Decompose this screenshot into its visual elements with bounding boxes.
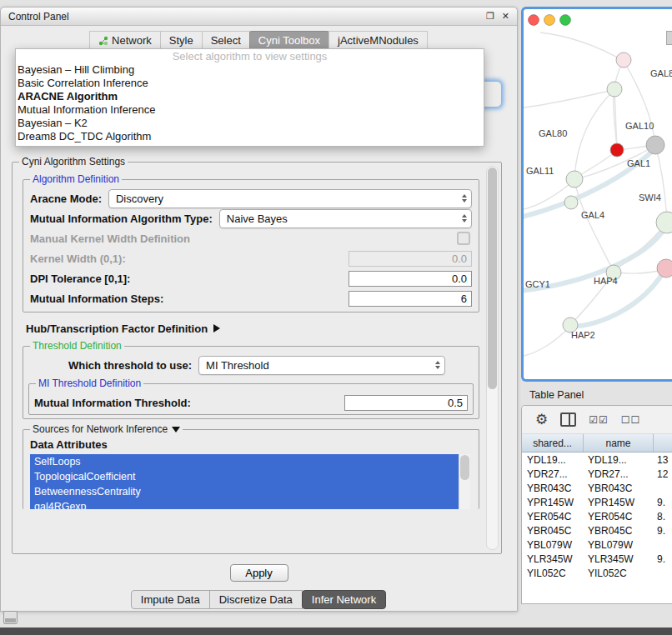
network-node[interactable] <box>657 259 672 278</box>
kernel-width-input[interactable] <box>349 251 472 267</box>
table-row[interactable]: YPR145W YPR145W 9. <box>522 495 672 509</box>
cell[interactable]: YBL079W <box>522 539 583 551</box>
minimize-traffic-light[interactable] <box>544 15 555 26</box>
settings-legend: Cyni Algorithm Settings <box>19 156 128 168</box>
sources-toggle[interactable]: Sources for Network Inference <box>30 423 183 435</box>
cell[interactable]: 8. <box>652 511 672 522</box>
table-row[interactable]: YIL052C YIL052C <box>522 566 672 580</box>
algorithm-option[interactable]: Mutual Information Inference <box>18 103 484 117</box>
list-item[interactable]: TopologicalCoefficient <box>30 469 459 484</box>
panel-dock-icon[interactable] <box>3 611 18 624</box>
columns-icon[interactable] <box>560 412 576 427</box>
node-label: HAP4 <box>594 276 618 286</box>
tab-network[interactable]: Network <box>89 31 161 50</box>
cell[interactable]: YER054C <box>583 511 652 522</box>
mi-type-row: Mutual Information Algorithm Type: Naive… <box>30 208 472 228</box>
tab-discretize-data[interactable]: Discretize Data <box>209 590 303 609</box>
algorithm-option[interactable]: Basic Correlation Inference <box>18 77 484 90</box>
algorithm-option[interactable]: Bayesian – K2 <box>18 117 484 130</box>
mi-threshold-input[interactable] <box>344 395 468 411</box>
column-header-shared[interactable]: shared... <box>522 434 584 452</box>
cell[interactable]: YBL079W <box>583 539 652 551</box>
select-all-icon[interactable]: ☑☑ <box>589 414 609 426</box>
cell[interactable]: 9. <box>652 553 672 565</box>
cell[interactable]: YLR345W <box>522 553 583 565</box>
hub-definition-toggle[interactable]: Hub/Transcription Factor Definition <box>26 321 479 336</box>
table-panel-window: ⚙ ☑☑ ☐☐ shared... name YDL19... YDL19...… <box>521 405 672 604</box>
network-node[interactable] <box>646 136 664 154</box>
network-node[interactable] <box>656 212 672 233</box>
zoom-traffic-light[interactable] <box>560 15 571 26</box>
tab-label: Select <box>211 34 241 47</box>
algorithm-dropdown-popup: Select algorithm to view settings Bayesi… <box>15 48 484 147</box>
close-traffic-light[interactable] <box>529 15 539 26</box>
titlebar[interactable]: Control Panel ❐ ✕ <box>1 8 517 26</box>
list-item[interactable]: BetweennessCentrality <box>30 484 459 499</box>
cell[interactable]: YBR043C <box>583 482 652 494</box>
scrollbar-thumb[interactable] <box>460 455 469 480</box>
node-label: GAL10 <box>625 121 654 131</box>
cell[interactable]: YDR27... <box>522 468 583 480</box>
table-row[interactable]: YDR27... YDR27... 12 <box>522 467 672 481</box>
table-row[interactable]: YBL079W YBL079W <box>522 538 672 552</box>
column-header-name[interactable]: name <box>584 434 654 452</box>
network-canvas[interactable]: GAL80 GAL10 GAL11 GAL1 SWI4 GAL4 GCY1 HA… <box>524 9 672 374</box>
aracne-mode-select[interactable]: Discovery <box>108 189 472 208</box>
cell[interactable]: YIL052C <box>522 568 583 579</box>
table-row[interactable]: YLR345W YLR345W 9. <box>522 552 672 566</box>
table-row[interactable]: YER054C YER054C 8. <box>522 509 672 523</box>
window-title: Control Panel <box>8 11 479 22</box>
apply-button[interactable]: Apply <box>230 564 288 582</box>
tab-style[interactable]: Style <box>160 31 203 50</box>
popup-placeholder: Select algorithm to view settings <box>16 49 484 63</box>
cell[interactable]: YBR045C <box>522 525 583 537</box>
mi-steps-input[interactable] <box>349 291 472 307</box>
algorithm-option[interactable]: Dream8 DC_TDC Algorithm <box>18 130 484 143</box>
manual-kernel-checkbox[interactable] <box>457 232 470 245</box>
table-row[interactable]: YBR043C YBR043C <box>522 481 672 495</box>
tab-select[interactable]: Select <box>202 31 250 50</box>
tab-jactivemnodules[interactable]: jActiveMNodules <box>328 31 428 50</box>
cell[interactable]: YDR27... <box>583 468 652 480</box>
cell[interactable]: YIL052C <box>583 568 652 579</box>
network-node[interactable] <box>610 143 624 157</box>
cell[interactable]: YPR145W <box>522 497 583 508</box>
close-icon[interactable]: ✕ <box>502 11 509 22</box>
network-node[interactable] <box>616 52 631 68</box>
tab-infer-network[interactable]: Infer Network <box>302 590 386 609</box>
list-scrollbar[interactable] <box>459 454 470 509</box>
algorithm-option-selected[interactable]: ARACNE Algorithm <box>18 90 484 103</box>
network-node[interactable] <box>607 82 622 97</box>
cell[interactable]: YDL19... <box>583 454 652 466</box>
gear-icon[interactable]: ⚙ <box>535 412 548 427</box>
cell[interactable]: 13 <box>652 454 672 466</box>
float-window-icon[interactable]: ❐ <box>486 11 494 22</box>
network-node[interactable] <box>564 196 578 209</box>
settings-scrollbar[interactable] <box>486 166 499 550</box>
tab-cyni-toolbox[interactable]: Cyni Toolbox <box>249 31 329 50</box>
mi-type-select[interactable]: Naive Bayes <box>219 209 472 228</box>
deselect-all-icon[interactable]: ☐☐ <box>621 414 641 426</box>
cell[interactable]: YBR045C <box>583 525 652 537</box>
cell[interactable]: YBR043C <box>522 482 583 494</box>
table-row[interactable]: YDL19... YDL19... 13 <box>522 452 672 467</box>
mi-type-value: Naive Bayes <box>227 212 288 225</box>
algorithm-option[interactable]: Bayesian – Hill Climbing <box>18 63 484 77</box>
which-threshold-select[interactable]: MI Threshold <box>198 356 445 375</box>
column-header-extra[interactable] <box>654 434 672 452</box>
cell[interactable]: YDL19... <box>522 454 583 466</box>
list-item[interactable]: SelfLoops <box>30 454 459 469</box>
table-row[interactable]: YBR045C YBR045C 9. <box>522 523 672 538</box>
cell[interactable]: YLR345W <box>583 553 652 565</box>
network-node[interactable] <box>566 171 583 188</box>
cell[interactable]: YER054C <box>522 511 583 522</box>
network-scroll-widget[interactable] <box>666 31 672 45</box>
dpi-tolerance-input[interactable] <box>349 271 472 287</box>
cell[interactable]: 9. <box>652 497 672 508</box>
cell[interactable]: 9. <box>652 525 672 537</box>
cell[interactable]: 12 <box>652 468 672 480</box>
list-item[interactable]: gal4RGexp <box>30 499 459 509</box>
cell[interactable]: YPR145W <box>583 497 652 508</box>
tab-impute-data[interactable]: Impute Data <box>131 590 210 609</box>
scrollbar-thumb[interactable] <box>488 168 497 389</box>
